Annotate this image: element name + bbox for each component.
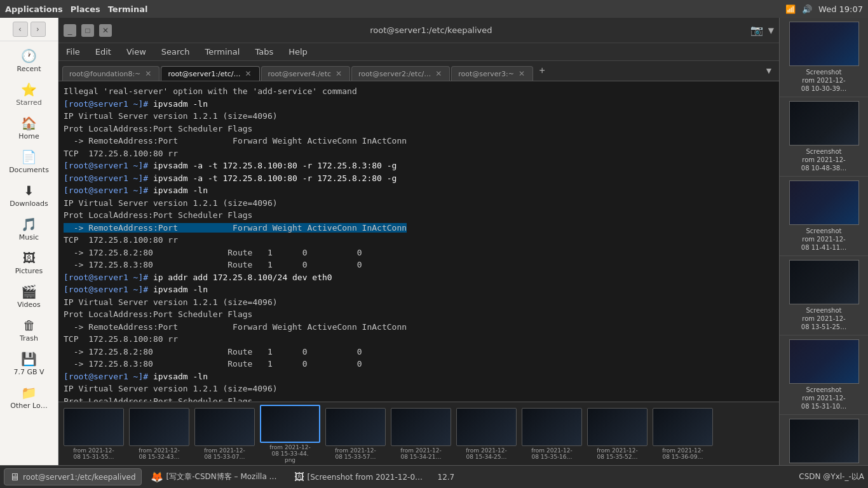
term-line-2: IP Virtual Server version 1.2.1 (size=40… [64, 110, 774, 123]
term-line-10: Prot LocalAddress:Port Scheduler Flags [64, 209, 774, 222]
volume-icon: 💾 [21, 351, 37, 367]
tab-close-0[interactable]: ✕ [144, 69, 153, 78]
tabs-menu-button[interactable]: ▼ [763, 63, 775, 78]
tab-3[interactable]: root@server2:/etc/… ✕ [351, 66, 450, 81]
tab-close-3[interactable]: ✕ [434, 69, 443, 78]
other-icon: 📁 [21, 385, 37, 400]
terminal-titlebar: _ □ ✕ root@server1:/etc/keepalived 📷 ▼ [58, 18, 779, 43]
screenshot-btn[interactable]: 📷 [750, 24, 763, 36]
sidebar-item-label-volume: 7.7 GB V [13, 368, 44, 376]
thumb-item-9[interactable]: from 2021-12-08 15-35-52… [587, 408, 648, 460]
menu-arrow-icon[interactable]: ▼ [768, 26, 774, 35]
tab-close-1[interactable]: ✕ [244, 69, 253, 78]
thumb-img-8 [522, 408, 582, 446]
menu-file[interactable]: File [62, 46, 84, 58]
terminal-tabs: root@foundation8:~ ✕ root@server1:/etc/…… [58, 61, 779, 81]
thumb-img-9 [587, 408, 648, 446]
tab-1[interactable]: root@server1:/etc/… ✕ [161, 66, 259, 81]
screenshot-item-6[interactable]: Screenshotrom 2021-12-08 15-33-44… [780, 415, 868, 465]
prompt-6: [root@server1 ~]# [64, 161, 153, 170]
thumb-item-10[interactable]: from 2021-12-08 15-36-09… [653, 408, 713, 460]
menu-edit[interactable]: Edit [92, 46, 115, 58]
thumb-item-6[interactable]: from 2021-12-08 15-34-21… [391, 408, 451, 460]
close-button[interactable]: ✕ [99, 24, 112, 37]
applications-menu[interactable]: Applications [5, 4, 63, 14]
thumb-item-5[interactable]: from 2021-12-08 15-33-57… [325, 408, 386, 460]
sidebar-item-documents[interactable]: 📄 Documents [2, 146, 56, 178]
cmd-7: ipvsadm -a -t 172.25.8.100:80 -r 172.25.… [153, 173, 397, 183]
tab-close-2[interactable]: ✕ [334, 69, 343, 78]
tab-label-2: root@server4:/etc [268, 70, 331, 78]
sidebar-item-label-documents: Documents [9, 166, 49, 174]
cmd-6: ipvsadm -a -t 172.25.8.100:80 -r 172.25.… [153, 161, 397, 170]
sidebar-item-recent[interactable]: 🕐 Recent [2, 44, 56, 77]
thumb-img-7 [456, 408, 517, 446]
menu-terminal[interactable]: Terminal [201, 46, 243, 58]
tab-close-4[interactable]: ✕ [517, 69, 526, 78]
menu-help[interactable]: Help [285, 46, 311, 58]
thumb-item-3[interactable]: from 2021-12-08 15-33-07… [194, 408, 255, 460]
menu-view[interactable]: View [123, 46, 150, 58]
tab-2[interactable]: root@server4:/etc ✕ [261, 66, 350, 81]
maximize-button[interactable]: □ [81, 24, 94, 37]
thumb-item-2[interactable]: from 2021-12-08 15-32-43… [129, 408, 189, 460]
taskbar-item-number[interactable]: 12.7 [433, 471, 460, 484]
term-line-19: -> RemoteAddress:Port Forward Weight Act… [64, 321, 774, 334]
minimize-button[interactable]: _ [64, 24, 76, 37]
thumb-item-1[interactable]: from 2021-12-08 15-31-55… [64, 408, 124, 460]
sidebar-item-trash[interactable]: 🗑 Trash [2, 314, 56, 346]
thumb-item-7[interactable]: from 2021-12-08 15-34-25… [456, 408, 517, 460]
prompt-8: [root@server1 ~]# [64, 186, 153, 195]
term-line-14: -> 172.25.8.3:80 Route 1 0 0 [64, 259, 774, 271]
tab-0[interactable]: root@foundation8:~ ✕ [62, 66, 159, 81]
term-line-8: [root@server1 ~]# ipvsadm -ln [64, 184, 774, 197]
cmd-8: ipvsadm -ln [153, 186, 208, 195]
cmd-15: ip addr add 172.25.8.100/24 dev eth0 [153, 273, 332, 282]
screenshot-item-3[interactable]: Screenshotrom 2021-12-08 11-41-11… [780, 177, 868, 256]
music-icon: 🎵 [21, 217, 37, 232]
thumb-label-3: from 2021-12-08 15-33-07… [204, 447, 245, 460]
menu-tabs[interactable]: Tabs [251, 46, 277, 58]
system-bar: Applications Places Terminal 📶 🔊 Wed 19:… [0, 0, 868, 18]
screenshot-item-5[interactable]: Screenshotrom 2021-12-08 15-31-10… [780, 336, 868, 415]
taskbar-item-firefox[interactable]: 🦊 [写文章-CSDN博客 – Mozilla Firefox [146, 469, 285, 485]
sidebar-item-label-home: Home [18, 132, 39, 140]
taskbar-screenshot-icon: 🖼 [294, 471, 304, 483]
sidebar-item-volume[interactable]: 💾 7.7 GB V [2, 348, 56, 380]
tab-4[interactable]: root@server3:~ ✕ [451, 66, 533, 81]
taskbar: 🖥 root@server1:/etc/keepalived 🦊 [写文章-CS… [0, 465, 868, 488]
nav-forward-button[interactable]: › [31, 22, 46, 37]
screenshot-item-4[interactable]: Screenshotrom 2021-12-08 13-51-25… [780, 256, 868, 336]
tab-label-0: root@foundation8:~ [69, 70, 140, 78]
sidebar-item-downloads[interactable]: ⬇ Downloads [2, 179, 56, 212]
screenshot-thumb-2 [789, 101, 859, 146]
screenshot-thumb-1 [789, 22, 859, 66]
sidebar-item-videos[interactable]: 🎬 Videos [2, 280, 56, 313]
thumb-item-4[interactable]: from 2021-12-08 15-33-44.png [260, 405, 320, 463]
sidebar-item-pictures[interactable]: 🖼 Pictures [2, 247, 56, 279]
sidebar-item-other[interactable]: 📁 Other Lo… [2, 381, 56, 414]
term-line-4: -> RemoteAddress:Port Forward Weight Act… [64, 135, 774, 147]
terminal-menu[interactable]: Terminal [108, 4, 148, 14]
sidebar-item-label-starred: Starred [16, 98, 41, 107]
sidebar-item-starred[interactable]: ⭐ Starred [2, 78, 56, 111]
new-tab-button[interactable]: + [534, 63, 550, 78]
term-line-15: [root@server1 ~]# ip addr add 172.25.8.1… [64, 271, 774, 284]
sidebar-item-home[interactable]: 🏠 Home [2, 112, 56, 144]
taskbar-item-terminal[interactable]: 🖥 root@server1:/etc/keepalived [4, 468, 142, 485]
thumb-item-8[interactable]: from 2021-12-08 15-35-16… [522, 408, 582, 460]
screenshot-item-2[interactable]: Screenshotrom 2021-12-08 10-48-38… [780, 97, 868, 177]
screenshot-label-2: Screenshotrom 2021-12-08 10-48-38… [801, 147, 846, 172]
menu-search[interactable]: Search [158, 46, 194, 58]
sidebar-item-music[interactable]: 🎵 Music [2, 213, 56, 245]
places-menu[interactable]: Places [71, 4, 100, 14]
screenshot-thumb-5 [789, 339, 859, 384]
thumb-label-4: from 2021-12-08 15-33-44.png [269, 444, 311, 463]
taskbar-firefox-icon: 🦊 [151, 471, 163, 483]
screenshot-item-1[interactable]: Screenshotrom 2021-12-08 10-30-39… [780, 18, 868, 97]
prompt-23: [root@server1 ~]# [64, 372, 153, 381]
thumb-strip: from 2021-12-08 15-31-55… from 2021-12-0… [58, 402, 779, 465]
taskbar-item-screenshot[interactable]: 🖼 [Screenshot from 2021-12-08 13-… [289, 469, 429, 485]
term-line-7: [root@server1 ~]# ipvsadm -a -t 172.25.8… [64, 172, 774, 185]
nav-back-button[interactable]: ‹ [13, 22, 28, 37]
